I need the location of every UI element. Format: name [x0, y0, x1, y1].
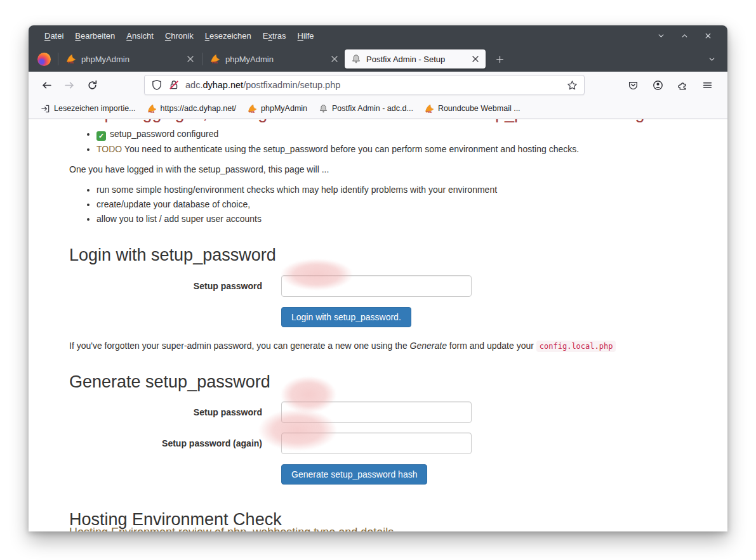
- forward-icon[interactable]: [59, 75, 79, 95]
- menu-datei[interactable]: Datei: [39, 29, 69, 43]
- phpmyadmin-icon: PMA: [210, 54, 220, 64]
- navigation-toolbar: adc.dyhap.net/postfixadmin/setup.php: [29, 72, 727, 98]
- tab-close-icon[interactable]: [184, 53, 197, 65]
- maximize-icon[interactable]: [680, 32, 689, 40]
- svg-text:PMA: PMA: [149, 110, 154, 114]
- tab-title: Postfix Admin - Setup: [366, 55, 464, 64]
- forgot-password-text: If you've forgotten your super-admin pas…: [69, 339, 702, 352]
- menu-extras[interactable]: Extras: [257, 29, 292, 43]
- clipped-heading-bottom: Hosting Environment review of php, webho…: [69, 526, 394, 531]
- new-tab-button[interactable]: [491, 50, 508, 68]
- login-password-row: Setup password: [69, 275, 702, 297]
- config-file-code: config.local.php: [536, 341, 616, 352]
- bookmark-import[interactable]: Lesezeichen importie...: [36, 101, 140, 116]
- login-setup-password-input[interactable]: [281, 275, 472, 297]
- svg-text:PMA: PMA: [211, 61, 217, 64]
- login-button[interactable]: Login with setup_password.: [281, 307, 411, 327]
- status-item-ok: ✓setup_password configured: [96, 127, 702, 141]
- svg-text:PMA: PMA: [249, 110, 255, 114]
- bookmark-label: Roundcube Webmail ...: [438, 104, 521, 113]
- login-section-heading: Login with setup_password: [69, 243, 702, 268]
- tab-separator: [58, 53, 58, 65]
- url-text: adc.dyhap.net/postfixadmin/setup.php: [185, 80, 340, 90]
- phpmyadmin-icon: PMA: [248, 104, 257, 114]
- bookmark-roundcube[interactable]: PMA Roundcube Webmail ...: [420, 101, 525, 116]
- menu-lesezeichen[interactable]: Lesezeichen: [199, 29, 257, 43]
- account-icon[interactable]: [647, 75, 668, 95]
- insecure-lock-icon[interactable]: [168, 79, 180, 91]
- menu-hilfe[interactable]: Hilfe: [292, 29, 320, 43]
- page-content: Setup - logging in, hosting environment …: [29, 119, 727, 531]
- setup-password-label: Setup password: [69, 406, 262, 419]
- menu-chronik[interactable]: Chronik: [159, 29, 199, 43]
- generate-setup-password-input[interactable]: [281, 401, 472, 423]
- menu-bearbeiten[interactable]: Bearbeiten: [69, 29, 121, 43]
- firefox-window: Datei Bearbeiten Ansicht Chronik Lesezei…: [29, 25, 727, 531]
- phpmyadmin-icon: PMA: [147, 104, 157, 114]
- tab-close-icon[interactable]: [469, 53, 482, 65]
- tab-title: phpMyAdmin: [81, 55, 179, 64]
- back-icon[interactable]: [36, 75, 56, 95]
- pocket-icon[interactable]: [623, 75, 643, 95]
- import-icon: [41, 104, 50, 114]
- capabilities-list: run some simple hosting/environment chec…: [69, 183, 702, 225]
- tab-phpmyadmin-2[interactable]: PMA phpMyAdmin: [204, 49, 345, 68]
- setup-status-list: ✓setup_password configured TODO You need…: [69, 127, 702, 155]
- bookmark-phpmyadmin[interactable]: PMA phpMyAdmin: [243, 101, 312, 116]
- list-all-tabs-icon[interactable]: [701, 55, 722, 63]
- generate-password-again-row: Setup password (again): [69, 433, 702, 454]
- generate-password-row: Setup password: [69, 401, 702, 423]
- tab-close-icon[interactable]: [328, 53, 341, 65]
- status-item-todo: TODO You need to authenticate using the …: [96, 143, 702, 155]
- intro-text: One you have logged in with the setup_pa…: [69, 163, 702, 176]
- tab-title: phpMyAdmin: [225, 55, 323, 64]
- tab-bar: PMA phpMyAdmin PMA phpMyAdmin Postfix Ad…: [29, 46, 727, 72]
- extensions-puzzle-icon[interactable]: [672, 75, 693, 95]
- check-icon: ✓: [96, 131, 106, 141]
- svg-text:PMA: PMA: [426, 110, 432, 114]
- phpmyadmin-icon: PMA: [66, 54, 76, 64]
- bookmark-adc-dyhap[interactable]: PMA https://adc.dyhap.net/: [143, 101, 241, 116]
- reload-icon[interactable]: [82, 75, 102, 95]
- generate-hash-button[interactable]: Generate setup_password hash: [281, 464, 427, 485]
- bookmark-label: Lesezeichen importie...: [54, 104, 136, 113]
- list-item: allow you to list / add super user accou…: [96, 212, 702, 225]
- tab-postfix-admin-setup[interactable]: Postfix Admin - Setup: [345, 49, 486, 68]
- todo-badge: TODO: [96, 144, 122, 154]
- postfixadmin-icon: [351, 54, 361, 64]
- close-window-icon[interactable]: [704, 32, 712, 40]
- minimize-icon[interactable]: [657, 32, 665, 40]
- tab-separator: [202, 53, 202, 65]
- bookmarks-toolbar: Lesezeichen importie... PMA https://adc.…: [29, 98, 727, 119]
- menu-hamburger-icon[interactable]: [697, 75, 717, 95]
- list-item: create/update your database of choice,: [96, 198, 702, 211]
- generate-section-heading: Generate setup_password: [69, 370, 702, 394]
- tab-phpmyadmin-1[interactable]: PMA phpMyAdmin: [60, 49, 201, 68]
- clipped-heading-top: Setup - logging in, hosting environment …: [69, 119, 702, 125]
- setup-password-label: Setup password: [69, 280, 262, 292]
- menu-bar: Datei Bearbeiten Ansicht Chronik Lesezei…: [29, 25, 727, 46]
- generate-setup-password-again-input[interactable]: [281, 433, 472, 454]
- menu-ansicht[interactable]: Ansicht: [121, 29, 159, 43]
- postfixadmin-icon: [319, 104, 328, 114]
- bookmark-label: Postfix Admin - adc.d...: [332, 104, 413, 113]
- bookmark-postfix-admin[interactable]: Postfix Admin - adc.d...: [314, 101, 418, 116]
- firefox-icon[interactable]: [37, 53, 51, 66]
- phpmyadmin-icon: PMA: [425, 104, 434, 114]
- setup-password-again-label: Setup password (again): [69, 437, 262, 450]
- svg-text:PMA: PMA: [67, 61, 73, 64]
- list-item: run some simple hosting/environment chec…: [96, 183, 702, 196]
- bookmark-label: https://adc.dyhap.net/: [161, 104, 237, 113]
- bookmark-star-icon[interactable]: [567, 80, 578, 91]
- url-bar[interactable]: adc.dyhap.net/postfixadmin/setup.php: [144, 75, 585, 95]
- bookmark-label: phpMyAdmin: [261, 104, 307, 113]
- shield-icon[interactable]: [151, 79, 162, 91]
